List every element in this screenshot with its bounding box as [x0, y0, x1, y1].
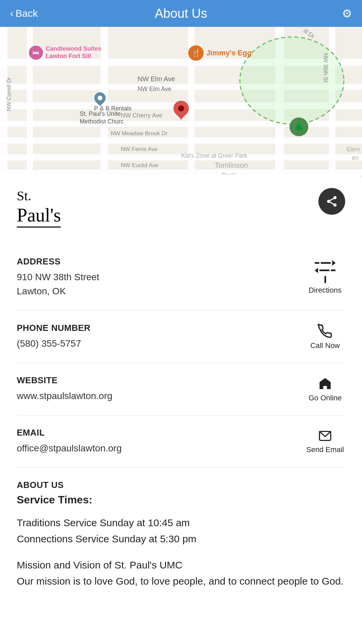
email-row: EMAIL office@stpaulslawton.org Send Emai…: [17, 415, 345, 468]
website-row: WEBSITE www.stpaulslawton.org Go Online: [17, 363, 345, 415]
about-us-title: ABOUT US: [17, 480, 345, 490]
gear-icon: ⚙: [342, 7, 352, 20]
website-label: WEBSITE: [17, 375, 112, 386]
stpauls-label: St. Paul's UniteMethodist Churc: [80, 110, 123, 126]
svg-rect-5: [0, 138, 362, 144]
service-1: Traditions Service Sunday at 10:45 am: [17, 517, 190, 528]
church-logo-line1: St.: [17, 188, 61, 204]
svg-text:Tomlinson: Tomlinson: [215, 161, 248, 169]
candlewood-icon: 🛏: [29, 46, 43, 60]
address-info: ADDRESS 910 NW 38th Street Lawton, OK: [17, 256, 99, 298]
back-button[interactable]: ‹ Back: [10, 8, 38, 19]
address-line2: Lawton, OK: [17, 284, 99, 298]
jimmys-egg-icon: 🍴: [188, 45, 204, 61]
elm-ave-label: NW Elm Ave: [138, 86, 171, 93]
phone-icon: [318, 324, 332, 339]
phone-label: PHONE NUMBER: [17, 323, 91, 333]
church-logo: St. Paul's: [17, 188, 61, 228]
main-location-pin: [173, 101, 189, 121]
elem-label2: Elem: [347, 146, 360, 153]
mission-body: Our mission is to love God, to love peop…: [17, 576, 344, 587]
go-online-label: Go Online: [308, 394, 342, 402]
directions-button[interactable]: Directions: [305, 260, 345, 295]
share-button[interactable]: [318, 188, 345, 215]
call-now-label: Call Now: [310, 341, 340, 350]
share-icon: [325, 195, 338, 208]
email-info: EMAIL office@stpaulslawton.org: [17, 428, 122, 455]
pb-rentals-pin: P & B Rentals: [94, 92, 132, 112]
pb-rentals-dot: [92, 90, 108, 106]
back-chevron-icon: ‹: [10, 8, 13, 19]
phone-value: (580) 355-5757: [17, 337, 91, 351]
elem-label: en: [352, 154, 359, 161]
phone-row: PHONE NUMBER (580) 355-5757 Call Now: [17, 311, 345, 363]
info-panel: St. Paul's ADDRESS 910 NW 38th Street La…: [0, 175, 362, 644]
svg-text:NW Cherry Ave: NW Cherry Ave: [121, 112, 162, 119]
candlewood-pin: 🛏 Candlewood SuitesLawton Fort Sill: [29, 45, 101, 60]
svg-text:NW Ferris Ave: NW Ferris Ave: [121, 146, 157, 152]
about-section: ABOUT US Service Times: Traditions Servi…: [17, 468, 345, 589]
svg-point-28: [327, 200, 330, 203]
email-value: office@stpaulslawton.org: [17, 441, 122, 455]
phone-info: PHONE NUMBER (580) 355-5757: [17, 323, 91, 351]
call-now-button[interactable]: Call Now: [305, 324, 345, 350]
header: ‹ Back About Us ⚙: [0, 0, 362, 27]
email-label: EMAIL: [17, 428, 122, 438]
send-email-label: Send Email: [306, 445, 344, 454]
send-email-button[interactable]: Send Email: [305, 429, 345, 454]
map-area[interactable]: NW Elm Ave NW Cherry Ave NW Meadow Brook…: [0, 27, 362, 195]
mission-title: Mission and Vision of St. Paul's UMC: [17, 559, 183, 571]
mail-icon: [317, 429, 333, 443]
page-title: About Us: [155, 6, 207, 21]
website-info: WEBSITE www.stpaulslawton.org: [17, 375, 112, 403]
svg-text:NW Euclid Ave: NW Euclid Ave: [121, 162, 158, 168]
directions-label: Directions: [309, 286, 342, 295]
jimmys-egg-pin: 🍴 Jimmy's Egg: [188, 45, 252, 61]
map-background: NW Elm Ave NW Cherry Ave NW Meadow Brook…: [0, 27, 362, 195]
svg-line-31: [330, 198, 334, 200]
svg-text:NW Elm Ave: NW Elm Ave: [138, 75, 175, 83]
address-line1: 910 NW 38th Street: [17, 270, 99, 284]
go-online-button[interactable]: Go Online: [305, 376, 345, 402]
mission-text: Mission and Vision of St. Paul's UMC Our…: [17, 557, 345, 589]
service-times-title: Service Times:: [17, 494, 345, 506]
svg-point-29: [333, 203, 337, 207]
svg-text:NW Meadow Brook Dr: NW Meadow Brook Dr: [111, 130, 167, 137]
svg-text:Kid's Zone at Greer Park: Kid's Zone at Greer Park: [181, 152, 248, 159]
svg-point-27: [333, 196, 337, 199]
website-value: www.stpaulslawton.org: [17, 389, 112, 403]
directions-icon: [315, 260, 335, 283]
panel-header: St. Paul's: [17, 188, 345, 228]
jimmys-egg-label: Jimmy's Egg: [206, 49, 252, 57]
svg-text:NW 36th St: NW 36th St: [322, 53, 329, 82]
candlewood-label: Candlewood SuitesLawton Fort Sill: [46, 45, 101, 60]
svg-line-30: [330, 202, 334, 204]
settings-button[interactable]: ⚙: [342, 7, 352, 20]
home-icon: [317, 376, 333, 391]
church-logo-line2: Paul's: [17, 204, 61, 228]
back-label: Back: [15, 8, 38, 19]
service-2: Connections Service Sunday at 5:30 pm: [17, 533, 196, 544]
svg-text:NW Currell Dr: NW Currell Dr: [6, 77, 12, 111]
address-row: ADDRESS 910 NW 38th Street Lawton, OK: [17, 244, 345, 311]
service-times-list: Traditions Service Sunday at 10:45 am Co…: [17, 515, 345, 547]
address-label: ADDRESS: [17, 256, 99, 267]
park-tree-pin: 🌲: [290, 117, 308, 136]
